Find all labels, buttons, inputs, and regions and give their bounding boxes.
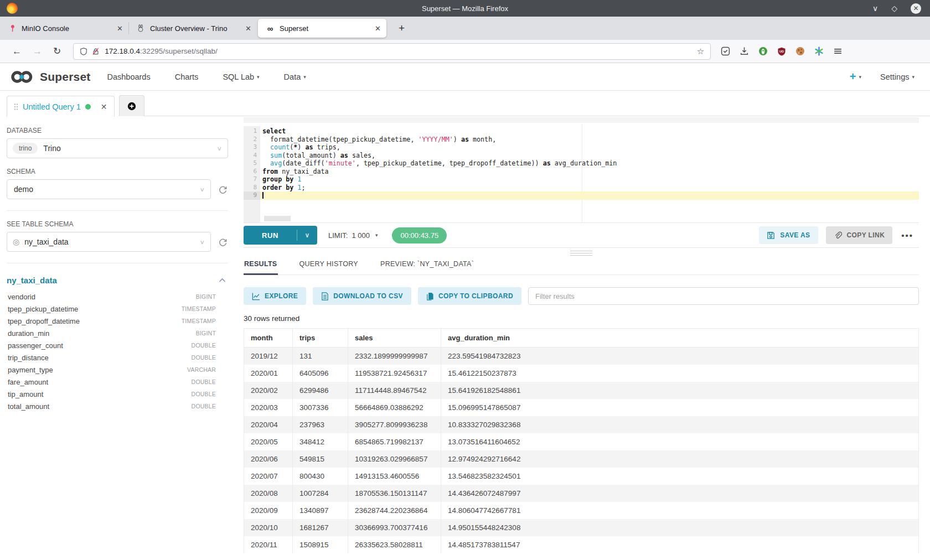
browser-tab-minio[interactable]: MinIO Console ✕ [0, 17, 128, 40]
schema-column-row[interactable]: tpep_pickup_datetimeTIMESTAMP [7, 303, 228, 315]
more-options-button[interactable]: ••• [901, 231, 913, 240]
table-cell: 348412 [293, 433, 348, 450]
editor-gutter: 123456789 [244, 126, 260, 222]
run-options-chevron-icon[interactable]: ∨ [297, 226, 317, 245]
browser-urlbar: ← → ↻ 172.18.0.4:32295/superset/sqllab/ … [0, 40, 930, 63]
explore-button[interactable]: EXPLORE [244, 287, 306, 305]
run-button-label[interactable]: RUN [244, 226, 297, 245]
column-name: trip_distance [8, 354, 49, 362]
query-tab-close-icon[interactable]: ✕ [101, 102, 107, 111]
refresh-table-icon[interactable] [218, 237, 228, 247]
cookie-icon[interactable] [795, 46, 805, 56]
schema-label: SCHEMA [7, 168, 228, 175]
table-cell: 2332.1899999999987 [348, 348, 441, 365]
download-csv-button[interactable]: DOWNLOAD TO CSV [313, 287, 411, 305]
window-minimize-icon[interactable]: ∨ [872, 4, 878, 12]
shield-icon[interactable] [80, 48, 87, 55]
code-line[interactable] [260, 191, 919, 200]
sql-editor[interactable]: 123456789 select format_datetime(tpep_pi… [244, 117, 919, 222]
results-header-cell[interactable]: sales [348, 329, 441, 348]
code-line[interactable]: group by 1 [260, 175, 919, 184]
copy-link-button[interactable]: COPY LINK [826, 226, 893, 244]
editor-code[interactable]: select format_datetime(tpep_pickup_datet… [260, 126, 919, 222]
column-name: vendorid [8, 293, 35, 301]
browser-tab-superset[interactable]: ∞ Superset ✕ [258, 19, 386, 38]
url-field[interactable]: 172.18.0.4:32295/superset/sqllab/ ☆ [73, 43, 711, 60]
results-header-cell[interactable]: avg_duration_min [441, 329, 919, 348]
nav-data[interactable]: Data▾ [284, 72, 306, 81]
code-line[interactable]: from ny_taxi_data [260, 168, 919, 176]
window-close-icon[interactable]: ✕ [911, 3, 921, 14]
run-button[interactable]: RUN ∨ [244, 226, 317, 245]
code-line[interactable]: order by 1; [260, 184, 919, 192]
new-tab-button[interactable]: + [395, 22, 408, 34]
insecure-lock-icon[interactable] [92, 48, 100, 55]
schema-column-row[interactable]: trip_distanceDOUBLE [7, 351, 228, 364]
table-schema-select[interactable]: ◎ ny_taxi_data ∨ [7, 232, 211, 252]
query-tab[interactable]: Untitled Query 1 ✕ [7, 96, 115, 117]
bookmark-star-icon[interactable]: ☆ [697, 46, 704, 56]
table-row: 2020/09134089723628744.22023686414.80604… [244, 502, 919, 519]
database-select[interactable]: trino Trino ∨ [7, 138, 228, 158]
tab-query-history[interactable]: QUERY HISTORY [299, 258, 359, 274]
back-icon[interactable]: ← [12, 46, 22, 57]
forward-icon[interactable]: → [33, 46, 42, 57]
schema-column-row[interactable]: payment_typeVARCHAR [7, 364, 228, 376]
schema-select[interactable]: demo ∨ [7, 179, 211, 199]
settings-menu[interactable]: Settings▾ [880, 72, 914, 81]
pocket-icon[interactable] [721, 46, 730, 56]
add-query-tab-button[interactable] [119, 95, 144, 116]
tab-preview-table[interactable]: PREVIEW: `NY_TAXI_DATA` [380, 258, 474, 274]
code-line[interactable]: count(*) as trips, [260, 143, 919, 152]
code-line[interactable]: select [260, 127, 919, 136]
nav-charts[interactable]: Charts [175, 72, 199, 81]
tab-title: Cluster Overview - Trino [150, 24, 241, 33]
results-header-cell[interactable]: trips [293, 329, 348, 348]
schema-column-row[interactable]: passenger_countDOUBLE [7, 339, 228, 351]
download-icon[interactable] [740, 46, 749, 56]
tab-close-icon[interactable]: ✕ [245, 24, 251, 33]
reload-icon[interactable]: ↻ [53, 45, 61, 57]
table-cell: 18705536.150131147 [348, 485, 441, 502]
schema-column-row[interactable]: tip_amountDOUBLE [7, 388, 228, 400]
schema-column-row[interactable]: vendoridBIGINT [7, 291, 228, 303]
extension-asterisk-icon[interactable] [814, 46, 824, 56]
superset-brand[interactable]: Superset [10, 69, 90, 85]
window-title: Superset — Mozilla Firefox [0, 4, 930, 13]
pane-resize-handle[interactable] [244, 248, 919, 258]
ublock-origin-icon[interactable]: UO [777, 47, 786, 56]
schema-column-row[interactable]: fare_amountDOUBLE [7, 376, 228, 388]
results-header-cell[interactable]: month [244, 329, 293, 348]
code-line[interactable]: format_datetime(tpep_pickup_datetime, 'Y… [260, 136, 919, 144]
limit-control[interactable]: LIMIT: 1 000 ▾ [328, 231, 378, 240]
code-line[interactable]: sum(total_amount) as sales, [260, 152, 919, 160]
nav-sql-lab[interactable]: SQL Lab▾ [223, 72, 259, 81]
tab-results[interactable]: RESULTS [244, 258, 278, 275]
code-line[interactable]: avg(date_diff('minute', tpep_pickup_date… [260, 159, 919, 168]
sqllab-workspace: Untitled Query 1 ✕ DATABASE trino Trino … [0, 91, 930, 560]
new-item-button[interactable]: +▾ [850, 70, 861, 83]
schema-column-row[interactable]: tpep_dropoff_datetimeTIMESTAMP [7, 315, 228, 327]
window-maximize-icon[interactable]: ◇ [891, 4, 897, 12]
table-row: 2020/0654981510319263.02996685712.974924… [244, 450, 919, 468]
hamburger-menu-icon[interactable] [833, 46, 843, 56]
schema-column-row[interactable]: duration_minBIGINT [7, 327, 228, 339]
filter-results-input[interactable] [528, 287, 919, 305]
column-type: BIGINT [196, 330, 228, 336]
table-row: 2020/08100728418705536.15013114714.43642… [244, 485, 919, 502]
nav-dashboards[interactable]: Dashboards [107, 72, 150, 81]
tab-close-icon[interactable]: ✕ [375, 24, 381, 33]
privacy-badger-icon[interactable] [758, 46, 768, 56]
divider [7, 263, 228, 263]
collapse-table-icon[interactable] [219, 278, 226, 283]
editor-scrollbar[interactable] [264, 216, 291, 221]
table-name-heading[interactable]: ny_taxi_data [7, 276, 57, 285]
schema-column-row[interactable]: total_amountDOUBLE [7, 400, 228, 412]
save-as-button[interactable]: SAVE AS [759, 226, 818, 244]
browser-tab-trino[interactable]: Cluster Overview - Trino ✕ [128, 17, 257, 40]
copy-clipboard-button[interactable]: COPY TO CLIPBOARD [418, 287, 521, 305]
table-cell: 2020/05 [244, 433, 293, 450]
refresh-schema-icon[interactable] [218, 184, 228, 195]
table-cell: 2019/12 [244, 348, 293, 365]
tab-close-icon[interactable]: ✕ [117, 24, 123, 33]
